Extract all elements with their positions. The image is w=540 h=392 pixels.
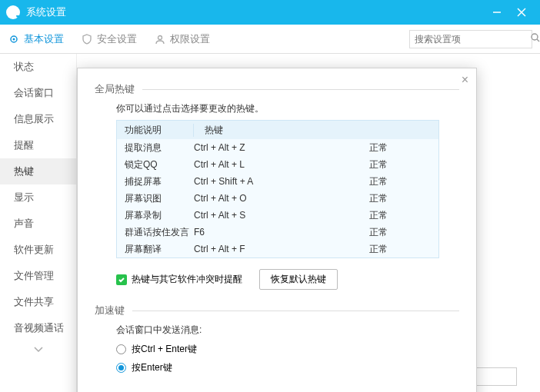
reset-hotkeys-button[interactable]: 恢复默认热键 xyxy=(259,269,338,290)
radio-selected-icon xyxy=(116,363,126,373)
radio-ctrl-enter[interactable]: 按Ctrl + Enter键 xyxy=(116,343,459,356)
minimize-button[interactable] xyxy=(485,0,509,25)
checkbox-label: 热键与其它软件冲突时提醒 xyxy=(132,273,242,286)
close-button[interactable] xyxy=(509,0,534,25)
checkbox-checked-icon xyxy=(116,274,127,285)
app-logo-icon xyxy=(6,5,20,19)
accelerator-section: 加速键 会话窗口中发送消息: 按Ctrl + Enter键 按Enter键 xyxy=(95,304,459,374)
table-row[interactable]: 屏幕翻译 Ctrl + Alt + F 正常 xyxy=(117,241,438,257)
header-function: 功能说明 xyxy=(117,124,194,137)
header-hotkey: 热键 xyxy=(194,124,438,137)
table-row[interactable]: 提取消息 Ctrl + Alt + Z 正常 xyxy=(117,139,438,156)
global-hotkeys-section: 全局热键 你可以通过点击选择要更改的热键。 功能说明 热键 提取消息 Ctrl … xyxy=(95,82,459,290)
conflict-reminder-checkbox[interactable]: 热键与其它软件冲突时提醒 xyxy=(116,273,242,286)
section-title: 加速键 xyxy=(95,304,125,317)
table-row[interactable]: 捕捉屏幕 Ctrl + Shift + A 正常 xyxy=(117,173,438,190)
titlebar: 系统设置 xyxy=(0,0,540,25)
hotkey-table: 功能说明 热键 提取消息 Ctrl + Alt + Z 正常 锁定QQ Ctrl… xyxy=(116,120,439,258)
table-row[interactable]: 屏幕识图 Ctrl + Alt + O 正常 xyxy=(117,190,438,207)
section-title: 全局热键 xyxy=(95,82,135,96)
section-description: 你可以通过点击选择要更改的热键。 xyxy=(116,102,459,115)
table-header: 功能说明 热键 xyxy=(117,121,438,139)
divider xyxy=(132,311,459,311)
radio-icon xyxy=(116,344,126,354)
table-row[interactable]: 锁定QQ Ctrl + Alt + L 正常 xyxy=(117,156,438,173)
send-message-label: 会话窗口中发送消息: xyxy=(116,324,459,337)
radio-label: 按Enter键 xyxy=(132,361,172,374)
table-row[interactable]: 群通话按住发言 F6 正常 xyxy=(117,224,438,241)
divider xyxy=(142,89,459,90)
radio-label: 按Ctrl + Enter键 xyxy=(132,343,197,356)
modal-overlay: × 全局热键 你可以通过点击选择要更改的热键。 功能说明 热键 提取消息 Ctr… xyxy=(0,25,540,392)
radio-enter[interactable]: 按Enter键 xyxy=(116,361,459,374)
window-title: 系统设置 xyxy=(26,5,485,19)
modal-close-button[interactable]: × xyxy=(462,73,468,87)
hotkey-settings-modal: × 全局热键 你可以通过点击选择要更改的热键。 功能说明 热键 提取消息 Ctr… xyxy=(77,68,477,392)
table-row[interactable]: 屏幕录制 Ctrl + Alt + S 正常 xyxy=(117,207,438,224)
